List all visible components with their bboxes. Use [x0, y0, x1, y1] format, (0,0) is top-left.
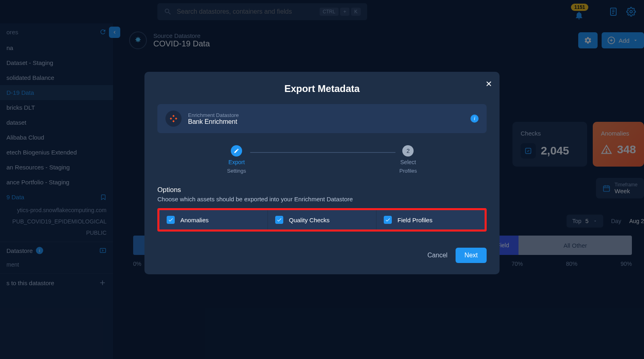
step-select-profiles[interactable]: 2 Select Profiles — [399, 145, 417, 174]
info-icon[interactable]: i — [470, 115, 479, 123]
step-export[interactable]: Export Settings — [227, 145, 246, 174]
enrichment-datastore-box[interactable]: Enrichment Datastore Bank Enrichment i — [157, 104, 487, 133]
enrichment-icon — [165, 111, 182, 127]
checkbox[interactable] — [275, 216, 283, 224]
check-icon — [168, 217, 174, 223]
export-metadata-modal: ✕ Export Metadata Enrichment Datastore B… — [144, 72, 500, 274]
stepper: Export Settings 2 Select Profiles — [157, 145, 487, 174]
option-anomalies[interactable]: Anomalies — [159, 210, 268, 230]
option-field-profiles[interactable]: Field Profiles — [376, 210, 485, 230]
options-row: Anomalies Quality Checks Field Profiles — [157, 208, 487, 232]
checkbox[interactable] — [167, 216, 175, 224]
pencil-icon — [234, 148, 239, 154]
next-button[interactable]: Next — [456, 248, 487, 263]
modal-title: Export Metadata — [157, 83, 487, 94]
check-icon — [276, 217, 282, 223]
options-title: Options — [157, 186, 487, 194]
enrichment-label: Enrichment Datastore — [188, 112, 239, 118]
cancel-button[interactable]: Cancel — [427, 252, 447, 259]
enrichment-name: Bank Enrichment — [188, 118, 239, 125]
options-description: Choose which assets should be exported i… — [157, 196, 487, 202]
close-button[interactable]: ✕ — [485, 79, 492, 89]
checkbox[interactable] — [384, 216, 392, 224]
option-quality-checks[interactable]: Quality Checks — [268, 210, 376, 230]
modal-overlay: ✕ Export Metadata Enrichment Datastore B… — [0, 0, 644, 359]
check-icon — [385, 217, 391, 223]
